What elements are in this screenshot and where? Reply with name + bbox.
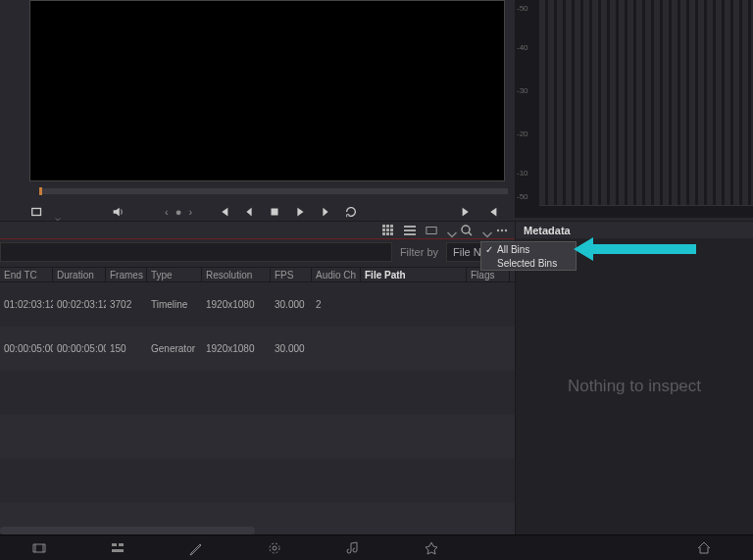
menu-item-label: All Bins [497,244,529,255]
svg-point-19 [505,229,507,230]
filter-by-label: Filter by [392,246,446,258]
video-frame[interactable] [29,0,505,181]
table-header: End TC Duration Frames Type Resolution F… [0,267,515,282]
loop-button[interactable] [343,204,359,220]
next-frame-button[interactable] [318,204,333,220]
aspect-selector[interactable] [29,204,45,220]
table-row [0,415,515,459]
options-button[interactable] [495,224,509,237]
prev-frame-button[interactable] [241,204,257,220]
fusion-page-button[interactable] [235,535,314,561]
media-pool-toolbar [0,221,515,238]
check-icon: ✓ [485,244,497,255]
transport-bar: ‹ ● › [29,201,510,223]
deliver-page-button[interactable] [392,535,471,561]
clip-view-selector[interactable] [425,224,438,237]
thumbnail-view-button[interactable] [381,224,395,237]
column-resolution[interactable]: Resolution [202,268,271,281]
cell-fps: 30.000 [271,297,312,312]
filter-row: Filter by File Name [0,242,515,262]
empty-state-text: Nothing to inspect [568,377,701,396]
svg-line-16 [469,232,472,235]
search-button[interactable] [460,224,474,237]
horizontal-scrollbar[interactable] [0,527,255,535]
stop-button[interactable] [267,204,282,220]
db-scale: -50 -40 -30 -20 -10 -50 [515,0,534,206]
table-row [0,459,515,503]
cell-end-tc: 01:02:03:12 [0,297,53,312]
home-button[interactable] [665,535,743,561]
column-end-tc[interactable]: End TC [0,268,53,281]
svg-rect-5 [382,229,385,231]
svg-rect-22 [112,549,124,552]
svg-rect-0 [32,209,41,216]
list-view-button[interactable] [403,224,417,237]
column-duration[interactable]: Duration [53,268,106,281]
column-frames[interactable]: Frames [106,268,147,281]
table-row[interactable]: 00:00:05:00 00:00:05:00 150 Generator 19… [0,327,515,371]
match-frame-button[interactable] [484,204,500,220]
svg-point-18 [501,229,503,230]
cell-duration: 00:02:03:12 [53,297,106,312]
playhead[interactable] [39,187,42,195]
column-type[interactable]: Type [147,268,202,281]
cell-audio-ch [312,346,361,350]
cell-type: Timeline [147,297,202,312]
svg-rect-12 [404,229,416,231]
cell-fps: 30.000 [271,341,312,356]
db-tick: -40 [517,43,528,52]
column-audio-ch[interactable]: Audio Ch [312,268,361,281]
cell-resolution: 1920x1080 [202,341,271,356]
cell-frames: 3702 [106,297,147,312]
svg-point-24 [270,543,279,553]
chevron-down-icon [446,228,452,233]
cell-resolution: 1920x1080 [202,297,271,312]
search-input[interactable] [0,242,392,262]
column-fps[interactable]: FPS [271,268,312,281]
column-file-path[interactable]: File Path [361,268,467,281]
chevron-down-icon [55,209,61,215]
svg-rect-4 [390,225,393,228]
menu-item-selected-bins[interactable]: Selected Bins [481,256,576,270]
menu-item-label: Selected Bins [497,258,557,269]
svg-point-15 [462,226,470,233]
db-tick: -50 [517,4,528,13]
cell-end-tc: 00:00:05:00 [0,341,53,356]
cell-frames: 150 [106,341,147,356]
fairlight-page-button[interactable] [314,535,392,561]
svg-rect-11 [404,226,416,228]
cell-type: Generator [147,341,202,356]
db-tick: -50 [517,192,528,201]
cut-page-button[interactable] [78,535,157,561]
scrubber[interactable] [39,188,508,194]
page-navigation [0,535,753,560]
go-last-button[interactable] [459,204,475,220]
media-pool-table: End TC Duration Frames Type Resolution F… [0,267,515,547]
source-viewer [29,0,510,221]
table-body: 01:02:03:12 00:02:03:12 3702 Timeline 19… [0,282,515,547]
svg-rect-13 [404,233,416,235]
svg-point-17 [497,229,499,230]
db-tick: -10 [517,169,528,178]
metadata-body: Nothing to inspect [516,238,753,535]
svg-rect-21 [119,543,124,546]
svg-rect-2 [382,225,385,228]
cell-file-path [361,302,467,306]
table-row[interactable]: 01:02:03:12 00:02:03:12 3702 Timeline 19… [0,282,515,327]
cell-flags [467,346,510,350]
menu-item-all-bins[interactable]: ✓ All Bins [481,242,576,256]
svg-rect-6 [386,229,389,231]
db-tick: -20 [517,129,528,138]
meter-bars [539,0,753,206]
media-page-button[interactable] [0,535,78,561]
edit-page-button[interactable] [157,535,235,561]
svg-rect-1 [272,209,278,216]
go-first-button[interactable] [216,204,231,220]
chevron-down-icon [481,228,487,233]
search-scope-menu: ✓ All Bins Selected Bins [480,241,577,271]
svg-rect-20 [112,543,117,546]
volume-icon[interactable] [110,204,126,220]
play-button[interactable] [292,204,308,220]
svg-point-23 [273,546,276,550]
svg-rect-9 [386,232,389,235]
